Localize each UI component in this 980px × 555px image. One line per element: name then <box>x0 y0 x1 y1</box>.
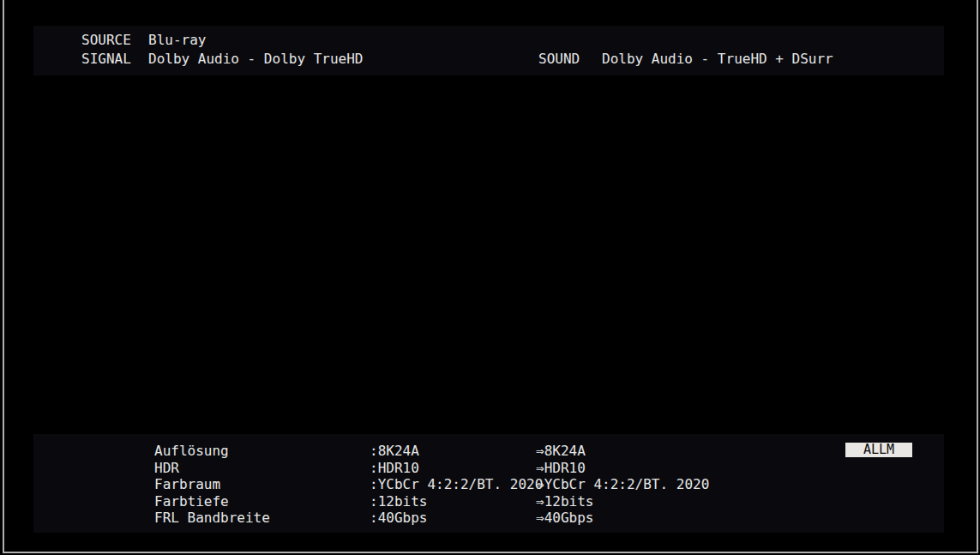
source-label: SOURCE <box>81 33 131 48</box>
info-label: Auflösung <box>154 443 370 460</box>
info-label: Farbraum <box>154 476 370 493</box>
signal-value: Dolby Audio - Dolby TrueHD <box>148 51 363 67</box>
info-row-frl-bandwidth: FRL Bandbreite :40Gbps ⇒40Gbps <box>154 510 709 527</box>
av-receiver-osd-screen: { "status_bar": { "source": { "label": "… <box>0 0 980 555</box>
sound-label: SOUND <box>538 51 580 67</box>
info-input-value: :40Gbps <box>370 510 536 527</box>
info-output-value: ⇒12bits <box>536 493 593 510</box>
info-output-value: ⇒YCbCr 4:2:2/BT. 2020 <box>536 476 709 493</box>
info-row-resolution: Auflösung :8K24A ⇒8K24A <box>154 443 709 460</box>
info-label: Farbtiefe <box>154 493 370 510</box>
allm-status-badge: ALLM <box>845 443 912 457</box>
info-input-value: :YCbCr 4:2:2/BT. 2020 <box>370 476 536 493</box>
info-input-value: :8K24A <box>370 443 536 460</box>
info-output-value: ⇒8K24A <box>536 443 586 460</box>
info-row-hdr: HDR :HDR10 ⇒HDR10 <box>154 460 709 477</box>
source-value: Blu-ray <box>148 33 206 48</box>
info-row-color-space: Farbraum :YCbCr 4:2:2/BT. 2020 ⇒YCbCr 4:… <box>154 476 709 493</box>
info-output-value: ⇒HDR10 <box>536 460 586 477</box>
info-label: HDR <box>154 460 370 477</box>
info-input-value: :HDR10 <box>370 460 536 477</box>
info-input-value: :12bits <box>370 493 536 510</box>
status-bar: SOURCE Blu-ray SIGNAL Dolby Audio - Dolb… <box>33 26 944 75</box>
signal-label: SIGNAL <box>81 51 131 67</box>
info-output-value: ⇒40Gbps <box>536 510 593 527</box>
info-row-color-depth: Farbtiefe :12bits ⇒12bits <box>154 493 709 510</box>
video-info-table: Auflösung :8K24A ⇒8K24A HDR :HDR10 ⇒HDR1… <box>154 443 709 527</box>
video-info-panel: Auflösung :8K24A ⇒8K24A HDR :HDR10 ⇒HDR1… <box>33 434 944 533</box>
info-label: FRL Bandbreite <box>154 510 370 527</box>
sound-value: Dolby Audio - TrueHD + DSurr <box>602 51 833 67</box>
